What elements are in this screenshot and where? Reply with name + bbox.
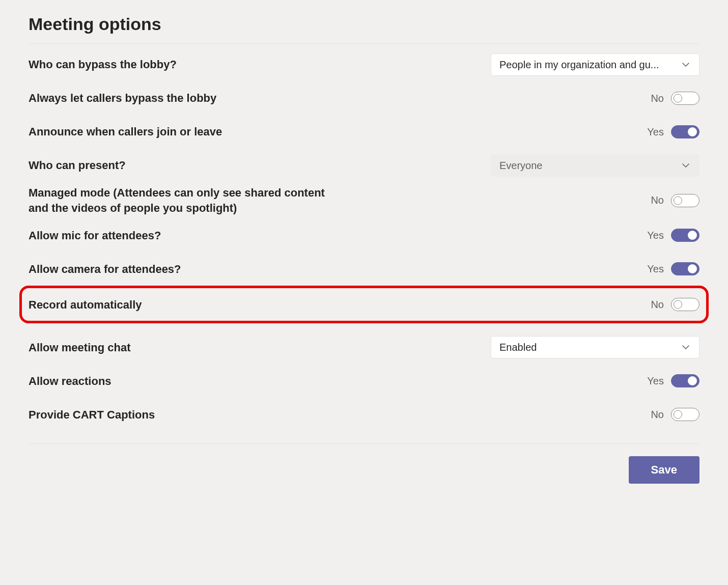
row-present: Who can present? Everyone <box>29 149 699 182</box>
control-allow-reactions: Yes <box>647 374 699 387</box>
row-meeting-chat: Allow meeting chat Enabled <box>29 330 699 364</box>
row-allow-camera: Allow camera for attendees? Yes <box>29 252 699 286</box>
label-allow-mic: Allow mic for attendees? <box>29 228 161 243</box>
dropdown-meeting-chat-value: Enabled <box>499 342 682 353</box>
divider-top <box>29 43 699 44</box>
control-allow-mic: Yes <box>647 229 699 242</box>
dropdown-present[interactable]: Everyone <box>491 154 699 177</box>
toggle-managed-mode[interactable] <box>671 194 699 207</box>
save-button[interactable]: Save <box>629 456 699 484</box>
toggle-record-auto[interactable] <box>671 298 699 311</box>
toggle-label-cart-captions: No <box>651 409 664 421</box>
label-bypass-lobby: Who can bypass the lobby? <box>29 57 177 72</box>
dropdown-bypass-lobby[interactable]: People in my organization and gu... <box>491 53 699 76</box>
dropdown-meeting-chat[interactable]: Enabled <box>491 336 699 358</box>
toggle-announce[interactable] <box>671 125 699 138</box>
row-callers-bypass: Always let callers bypass the lobby No <box>29 81 699 115</box>
toggle-label-managed-mode: No <box>651 194 664 206</box>
label-managed-mode: Managed mode (Attendees can only see sha… <box>29 185 344 215</box>
control-record-auto: No <box>651 298 699 311</box>
row-record-auto: Record automatically No <box>29 288 699 321</box>
label-announce: Announce when callers join or leave <box>29 124 222 140</box>
label-meeting-chat: Allow meeting chat <box>29 340 130 355</box>
row-cart-captions: Provide CART Captions No <box>29 398 699 431</box>
label-allow-reactions: Allow reactions <box>29 374 111 389</box>
chevron-down-icon <box>682 343 690 351</box>
chevron-down-icon <box>682 61 690 69</box>
row-allow-reactions: Allow reactions Yes <box>29 364 699 398</box>
toggle-cart-captions[interactable] <box>671 408 699 421</box>
dropdown-present-value: Everyone <box>499 160 682 172</box>
label-cart-captions: Provide CART Captions <box>29 407 155 423</box>
chevron-down-icon <box>682 161 690 170</box>
label-allow-camera: Allow camera for attendees? <box>29 262 181 277</box>
control-announce: Yes <box>647 125 699 138</box>
options-list: Who can bypass the lobby? People in my o… <box>29 48 699 431</box>
toggle-label-allow-reactions: Yes <box>647 375 664 387</box>
control-cart-captions: No <box>651 408 699 421</box>
toggle-label-callers-bypass: No <box>651 93 664 104</box>
row-announce: Announce when callers join or leave Yes <box>29 115 699 149</box>
page-title: Meeting options <box>29 14 699 34</box>
label-callers-bypass: Always let callers bypass the lobby <box>29 91 216 106</box>
toggle-label-announce: Yes <box>647 126 664 138</box>
row-bypass-lobby: Who can bypass the lobby? People in my o… <box>29 48 699 81</box>
footer: Save <box>29 456 699 484</box>
toggle-label-record-auto: No <box>651 299 664 311</box>
control-managed-mode: No <box>651 194 699 207</box>
control-allow-camera: Yes <box>647 262 699 275</box>
toggle-allow-mic[interactable] <box>671 229 699 242</box>
dropdown-bypass-lobby-value: People in my organization and gu... <box>499 59 682 71</box>
toggle-label-allow-camera: Yes <box>647 263 664 275</box>
toggle-allow-reactions[interactable] <box>671 374 699 387</box>
label-present: Who can present? <box>29 158 126 173</box>
row-allow-mic: Allow mic for attendees? Yes <box>29 218 699 252</box>
control-callers-bypass: No <box>651 92 699 105</box>
divider-bottom <box>29 443 699 444</box>
toggle-label-allow-mic: Yes <box>647 230 664 241</box>
toggle-allow-camera[interactable] <box>671 262 699 275</box>
label-record-auto: Record automatically <box>29 297 142 313</box>
row-managed-mode: Managed mode (Attendees can only see sha… <box>29 182 699 218</box>
meeting-options-page: Meeting options Who can bypass the lobby… <box>0 0 728 585</box>
toggle-callers-bypass[interactable] <box>671 92 699 105</box>
